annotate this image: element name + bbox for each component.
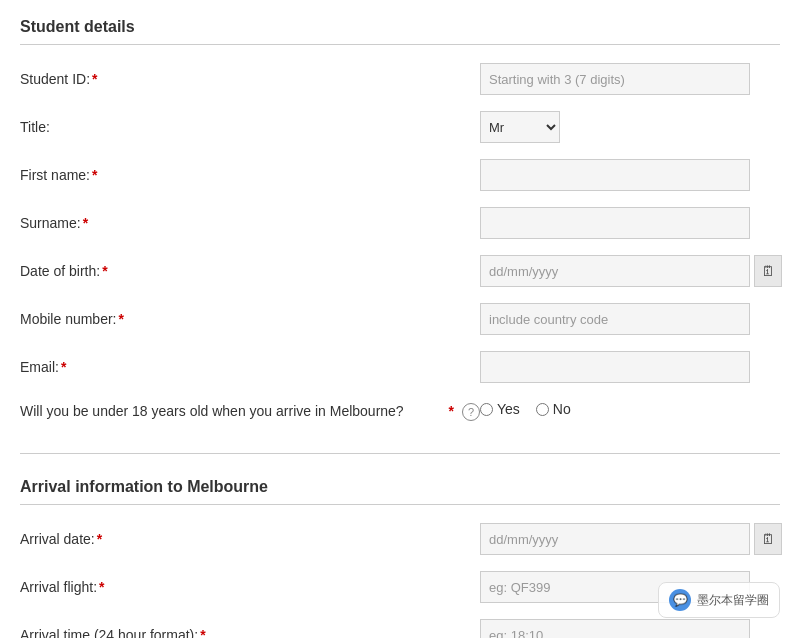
title-select[interactable]: Mr Ms Mrs Dr Prof bbox=[480, 111, 560, 143]
mobile-row: Mobile number: * bbox=[20, 301, 780, 337]
arrival-flight-label: Arrival flight: * bbox=[20, 579, 480, 595]
arrival-time-row: Arrival time (24 hour format): * bbox=[20, 617, 780, 638]
dob-wrapper: 🗓 bbox=[480, 255, 782, 287]
student-id-label: Student ID: * bbox=[20, 71, 480, 87]
under18-no-label[interactable]: No bbox=[536, 401, 571, 417]
under18-row: Will you be under 18 years old when you … bbox=[20, 397, 780, 433]
surname-row: Surname: * bbox=[20, 205, 780, 241]
arrival-time-required: * bbox=[200, 627, 205, 638]
title-wrapper: Mr Ms Mrs Dr Prof bbox=[480, 111, 780, 143]
surname-wrapper bbox=[480, 207, 780, 239]
arrival-time-input[interactable] bbox=[480, 619, 750, 638]
student-id-input[interactable] bbox=[480, 63, 750, 95]
watermark-text: 墨尔本留学圈 bbox=[697, 592, 769, 609]
arrival-date-calendar-icon: 🗓 bbox=[761, 531, 775, 547]
under18-required: * bbox=[449, 403, 454, 419]
title-label: Title: bbox=[20, 119, 480, 135]
arrival-date-input[interactable] bbox=[480, 523, 750, 555]
surname-input[interactable] bbox=[480, 207, 750, 239]
student-id-row: Student ID: * bbox=[20, 61, 780, 97]
first-name-label: First name: * bbox=[20, 167, 480, 183]
under18-yes-radio[interactable] bbox=[480, 403, 493, 416]
student-details-title: Student details bbox=[20, 10, 780, 45]
first-name-input[interactable] bbox=[480, 159, 750, 191]
dob-label: Date of birth: * bbox=[20, 263, 480, 279]
arrival-time-label: Arrival time (24 hour format): * bbox=[20, 627, 480, 638]
under18-help-icon[interactable]: ? bbox=[462, 403, 480, 421]
arrival-date-calendar-button[interactable]: 🗓 bbox=[754, 523, 782, 555]
section-divider bbox=[20, 453, 780, 454]
under18-no-radio[interactable] bbox=[536, 403, 549, 416]
mobile-label: Mobile number: * bbox=[20, 311, 480, 327]
mobile-input[interactable] bbox=[480, 303, 750, 335]
dob-calendar-button[interactable]: 🗓 bbox=[754, 255, 782, 287]
under18-wrapper: Yes No bbox=[480, 401, 780, 417]
page-container: Student details Student ID: * Title: Mr … bbox=[0, 0, 800, 638]
dob-row: Date of birth: * 🗓 bbox=[20, 253, 780, 289]
email-label: Email: * bbox=[20, 359, 480, 375]
arrival-info-title: Arrival information to Melbourne bbox=[20, 470, 780, 505]
first-name-row: First name: * bbox=[20, 157, 780, 193]
dob-required: * bbox=[102, 263, 107, 279]
surname-label: Surname: * bbox=[20, 215, 480, 231]
arrival-date-label: Arrival date: * bbox=[20, 531, 480, 547]
first-name-wrapper bbox=[480, 159, 780, 191]
dob-calendar-icon: 🗓 bbox=[761, 263, 775, 279]
student-id-required: * bbox=[92, 71, 97, 87]
dob-input[interactable] bbox=[480, 255, 750, 287]
arrival-date-required: * bbox=[97, 531, 102, 547]
under18-radio-group: Yes No bbox=[480, 401, 571, 417]
under18-label: Will you be under 18 years old when you … bbox=[20, 401, 480, 421]
first-name-required: * bbox=[92, 167, 97, 183]
watermark-icon: 💬 bbox=[669, 589, 691, 611]
mobile-required: * bbox=[119, 311, 124, 327]
watermark: 💬 墨尔本留学圈 bbox=[658, 582, 780, 618]
arrival-date-wrapper: 🗓 bbox=[480, 523, 782, 555]
student-id-wrapper bbox=[480, 63, 780, 95]
mobile-wrapper bbox=[480, 303, 780, 335]
email-required: * bbox=[61, 359, 66, 375]
email-wrapper bbox=[480, 351, 780, 383]
email-row: Email: * bbox=[20, 349, 780, 385]
arrival-flight-required: * bbox=[99, 579, 104, 595]
under18-yes-label[interactable]: Yes bbox=[480, 401, 520, 417]
title-row: Title: Mr Ms Mrs Dr Prof bbox=[20, 109, 780, 145]
surname-required: * bbox=[83, 215, 88, 231]
email-input[interactable] bbox=[480, 351, 750, 383]
student-details-section: Student details Student ID: * Title: Mr … bbox=[20, 10, 780, 433]
arrival-time-wrapper bbox=[480, 619, 780, 638]
arrival-date-row: Arrival date: * 🗓 bbox=[20, 521, 780, 557]
